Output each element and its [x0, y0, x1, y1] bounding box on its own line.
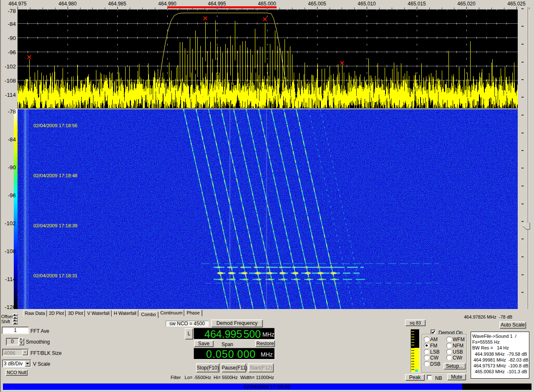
svg-text:02/04/2009 17:18:39: 02/04/2009 17:18:39 [33, 223, 78, 228]
svg-text:02/04/2009 17:18:56: 02/04/2009 17:18:56 [33, 123, 78, 128]
svg-text:02/04/2009 17:18:48: 02/04/2009 17:18:48 [33, 173, 78, 178]
svg-text:02/04/2009 17:18:31: 02/04/2009 17:18:31 [33, 273, 78, 278]
